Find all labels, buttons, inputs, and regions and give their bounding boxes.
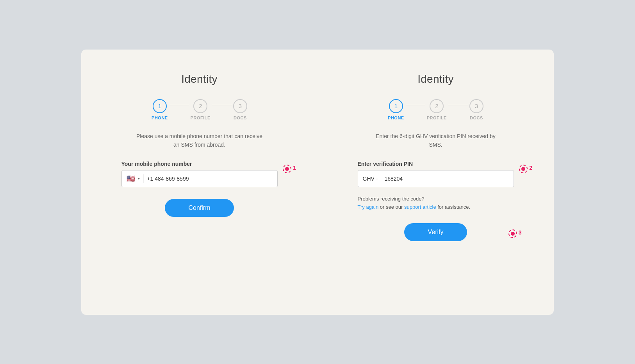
- step-3-docs: 3 DOCS: [233, 99, 247, 120]
- dot-3: [508, 229, 517, 238]
- step-2-3-label: DOCS: [470, 115, 483, 120]
- flag-icon: 🇺🇸: [127, 174, 135, 183]
- panel2-title: Identity: [417, 73, 454, 85]
- dot-2: [519, 165, 528, 173]
- step-connector-2-1: [406, 105, 425, 105]
- stepper-2: 1 PHONE 2 PROFILE 3 DOCS: [388, 99, 483, 120]
- step-2-2-profile: 2 PROFILE: [427, 99, 447, 120]
- stepper-1: 1 PHONE 2 PROFILE 3 DOCS: [152, 99, 247, 120]
- annotation-2: 2: [519, 165, 532, 173]
- step-connector-2-2: [448, 105, 468, 105]
- step-2-2-label: PROFILE: [427, 115, 447, 120]
- step-2-3-docs: 3 DOCS: [469, 99, 483, 120]
- confirm-button[interactable]: Confirm: [165, 199, 234, 217]
- panel2-description: Enter the 6-digit GHV verification PIN r…: [369, 132, 502, 149]
- panel1-title: Identity: [181, 73, 218, 85]
- step-1-circle: 1: [153, 99, 167, 113]
- step-2-2-circle: 2: [430, 99, 444, 113]
- panel1-description: Please use a mobile phone number that ca…: [133, 132, 266, 149]
- dot-3-inner: [511, 232, 515, 236]
- step-2-1-phone: 1 PHONE: [388, 99, 404, 120]
- country-selector[interactable]: 🇺🇸 ▼: [127, 174, 144, 183]
- pin-input-field[interactable]: GHV - 168204: [358, 170, 514, 187]
- step-2-3-circle: 3: [469, 99, 483, 113]
- pin-field-label: Enter verification PIN: [358, 161, 514, 167]
- annotation-number-2: 2: [529, 165, 532, 171]
- dropdown-arrow-icon: ▼: [137, 177, 141, 181]
- pin-form: Enter verification PIN GHV - 168204 Prob…: [358, 161, 514, 241]
- step-3-circle: 3: [233, 99, 247, 113]
- phone-number-display: +1 484-869-8599: [147, 176, 272, 182]
- step-1-label: PHONE: [152, 115, 168, 120]
- verify-button[interactable]: Verify: [404, 223, 467, 241]
- pin-value: 168204: [384, 176, 403, 182]
- phone-form: Your mobile phone number 🇺🇸 ▼ +1 484-869…: [121, 161, 278, 217]
- step-2-profile: 2 PROFILE: [191, 99, 210, 120]
- annotation-1: 1: [283, 165, 296, 173]
- step-3-label: DOCS: [234, 115, 247, 120]
- dot-1: [283, 165, 291, 173]
- step-1-phone: 1 PHONE: [152, 99, 168, 120]
- step-2-label: PROFILE: [191, 115, 210, 120]
- problems-text: Problems receiving the code? Try again o…: [358, 195, 514, 211]
- dot-2-inner: [521, 167, 525, 171]
- ghv-prefix: GHV -: [363, 176, 382, 182]
- step-2-circle: 2: [193, 99, 207, 113]
- annotation-number-3: 3: [519, 229, 522, 236]
- panel-verification: Identity 1 PHONE 2 PROFILE 3 DOC: [318, 50, 554, 315]
- step-2-1-label: PHONE: [388, 115, 404, 120]
- try-again-link[interactable]: Try again: [358, 204, 379, 210]
- step-2-1-circle: 1: [389, 99, 403, 113]
- annotation-number-1: 1: [293, 165, 296, 171]
- step-connector-1: [169, 105, 189, 105]
- dot-1-inner: [285, 167, 289, 171]
- panel-phone-entry: Identity 1 PHONE 2 PROFILE 3 DOC: [81, 50, 318, 315]
- phone-input-field[interactable]: 🇺🇸 ▼ +1 484-869-8599: [121, 170, 278, 187]
- phone-field-label: Your mobile phone number: [121, 161, 278, 167]
- step-connector-2: [212, 105, 232, 105]
- support-article-link[interactable]: support article: [404, 204, 436, 210]
- annotation-3: 3: [508, 229, 522, 238]
